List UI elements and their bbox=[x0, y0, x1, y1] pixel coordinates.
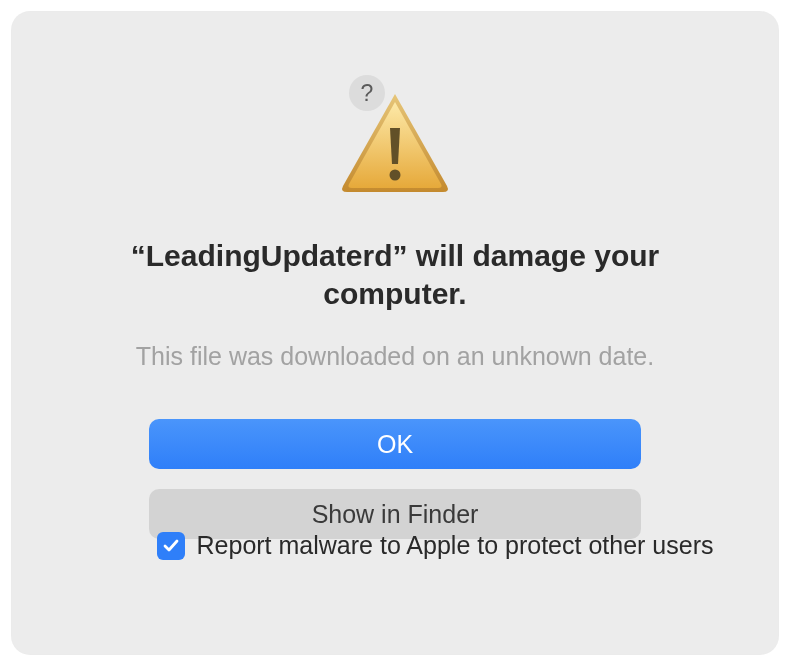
svg-point-0 bbox=[390, 170, 401, 181]
report-malware-checkbox[interactable] bbox=[157, 532, 185, 560]
report-malware-label[interactable]: Report malware to Apple to protect other… bbox=[197, 531, 714, 560]
dialog-title: “LeadingUpdaterd” will damage your compu… bbox=[95, 237, 695, 312]
dialog-subtitle: This file was downloaded on an unknown d… bbox=[136, 342, 654, 371]
show-in-finder-label: Show in Finder bbox=[312, 500, 479, 529]
warning-icon bbox=[335, 88, 455, 202]
alert-dialog: ? “LeadingUpdaterd” will damage your com… bbox=[12, 12, 778, 654]
checkmark-icon bbox=[161, 536, 181, 556]
title-quote-open: “ bbox=[131, 239, 146, 272]
title-app-name: LeadingUpdaterd bbox=[146, 239, 393, 272]
ok-button-label: OK bbox=[377, 430, 413, 459]
report-malware-row: Report malware to Apple to protect other… bbox=[157, 531, 714, 560]
ok-button[interactable]: OK bbox=[149, 419, 641, 469]
